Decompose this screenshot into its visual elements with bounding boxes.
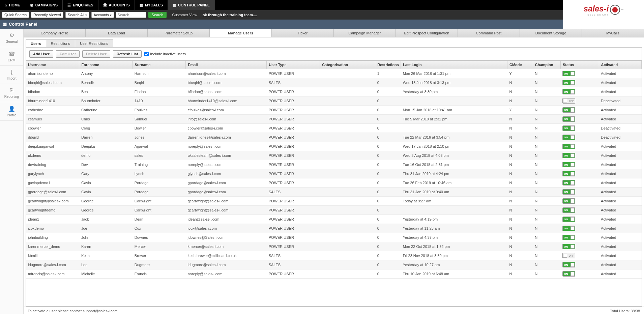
tab-edit-prospect-configuration[interactable]: Edit Prospect Configuration [396, 29, 458, 37]
table-row[interactable]: johnbuildingJohnDownesjdownes@Sales-i.co… [26, 233, 642, 242]
status-toggle[interactable]: ON [562, 89, 575, 94]
col-cmode[interactable]: CMode [507, 61, 533, 69]
table-row[interactable]: gcartwrightdemoGeorgeCartwrightgcartwrig… [26, 206, 642, 215]
nav-mycalls[interactable]: ▦MYCALLS [135, 0, 168, 10]
col-status[interactable]: Status [560, 61, 599, 69]
table-row[interactable]: jcoxdemoJoeCoxjcox@sales-i.comPOWER USER… [26, 224, 642, 233]
table-row[interactable]: gavinpdemo1GavinPordagegpordage@sales-i.… [26, 178, 642, 188]
nav-control-panel[interactable]: ▦CONTROL PANEL [168, 0, 215, 10]
status-toggle[interactable]: ON [562, 107, 575, 113]
status-toggle[interactable]: ON [562, 262, 575, 267]
sidenav-profile[interactable]: 👤Profile [0, 102, 23, 121]
table-row[interactable]: mfrancis@sales-i.comMichelleFrancisnorep… [26, 269, 642, 279]
table-row[interactable]: kbmillKeithBrewerkeith.brewer@millboard.… [26, 251, 642, 260]
search-entity-dropdown[interactable]: Accounts [91, 12, 114, 18]
table-row[interactable]: ldugmore@sales-i.comLeeDugmoreldugmore@s… [26, 260, 642, 269]
col-last-login[interactable]: Last Login [401, 61, 507, 69]
sidenav-import[interactable]: ⭳Import [0, 66, 23, 84]
table-row[interactable]: bhurminder1410Bhurminder1410bhurminder14… [26, 96, 642, 106]
table-row[interactable]: garylynchGaryLynchglynch@sales-i.comPOWE… [26, 169, 642, 178]
table-row[interactable]: catherineCatherineFoulkescfoulkes@sales-… [26, 106, 642, 115]
table-row[interactable]: deepikaagarwalDeepikaAgarwalnoreply@sale… [26, 142, 642, 151]
col-restrictions[interactable]: Restrictions [375, 61, 401, 69]
sidenav-reporting[interactable]: 🗎Reporting [0, 84, 23, 102]
tab-document-storage[interactable]: Document Storage [520, 29, 582, 37]
tab-manage-users[interactable]: Manage Users [210, 29, 272, 37]
nav-campaigns[interactable]: ◉CAMPAIGNS [25, 0, 63, 10]
subtab-users[interactable]: Users [26, 39, 46, 47]
table-row[interactable]: jdean1JackDeanjdean@sales-i.comPOWER USE… [26, 215, 642, 224]
include-inactive-checkbox[interactable]: Include inactive users [144, 52, 186, 56]
table-row[interactable]: cbowlerCraigBowlercbowler@sales-i.comPOW… [26, 124, 642, 133]
nav-home[interactable]: ⌂HOME [0, 0, 25, 10]
nav-enquiries[interactable]: ☰ENQUIRIES [63, 0, 98, 10]
status-toggle[interactable]: ON [562, 189, 575, 195]
table-row[interactable]: devtrainingDevTrainingnoreply@sales-i.co… [26, 160, 642, 169]
status-toggle[interactable]: ON [562, 271, 575, 277]
col-categorisation[interactable]: Categorisation [320, 61, 375, 69]
include-inactive-input[interactable] [144, 52, 149, 56]
search-input[interactable] [116, 12, 146, 18]
status-toggle[interactable]: OFF [562, 98, 575, 104]
status-toggle[interactable]: ON [562, 116, 575, 122]
search-button[interactable]: Search [148, 12, 167, 18]
subtab-user-restrictions[interactable]: User Restrictions [75, 39, 113, 47]
status-toggle[interactable]: ON [562, 226, 575, 231]
table-row[interactable]: bfindonBenFindonbfindon@sales-i.comPOWER… [26, 87, 642, 96]
status-toggle[interactable]: ON [562, 125, 575, 131]
table-row[interactable]: djbuildDarrenJonesdarren.jones@sales-i.c… [26, 133, 642, 142]
customer-view-link[interactable]: Customer View [172, 13, 197, 17]
col-email[interactable]: Email [186, 61, 267, 69]
table-row[interactable]: aharrisondemoAntonyHarrisonaharrison@sal… [26, 69, 642, 78]
recently-viewed-button[interactable]: Recently Viewed [31, 12, 63, 18]
refresh-list-button[interactable]: Refresh List [113, 50, 142, 58]
status-toggle[interactable]: ON [562, 80, 575, 85]
status-toggle[interactable]: ON [562, 144, 575, 149]
nav-label: ACCOUNTS [109, 3, 130, 7]
edit-user-button[interactable]: Edit User [56, 50, 80, 58]
status-toggle[interactable]: ON [562, 180, 575, 185]
col-forename[interactable]: Forename [79, 61, 133, 69]
status-toggle[interactable]: ON [562, 162, 575, 167]
add-user-button[interactable]: Add User [29, 50, 53, 58]
delete-user-button[interactable]: Delete User [82, 50, 110, 58]
users-table-container[interactable]: UsernameForenameSurnameEmailUser TypeCat… [26, 61, 642, 307]
search-bar: Quick Search Recently Viewed Search All … [0, 10, 644, 20]
tab-mycalls[interactable]: MyCalls [582, 29, 644, 37]
tab-command-post[interactable]: Command Post [458, 29, 520, 37]
table-row[interactable]: gpordage@sales-i.comGavinPordagegpordage… [26, 188, 642, 197]
table-row[interactable]: ukdemodemosalesuksalesteam@sales-i.comPO… [26, 151, 642, 160]
col-champion[interactable]: Champion [533, 61, 560, 69]
status-toggle[interactable]: ON [562, 153, 575, 158]
tab-parameter-setup[interactable]: Parameter Setup [148, 29, 210, 37]
tab-company-profile[interactable]: Company Profile [24, 29, 86, 37]
table-row[interactable]: bbeqiri@sales-i.comBehadirBeqiribbeqiri@… [26, 78, 642, 87]
table-row[interactable]: gcartwright@sales-i.comGeorgeCartwrightg… [26, 197, 642, 206]
table-row[interactable]: karenmercer_demoKarenMercerkmercer@sales… [26, 242, 642, 251]
col-user-type[interactable]: User Type [267, 61, 320, 69]
sidenav-general[interactable]: ⚙General [0, 29, 23, 47]
status-toggle[interactable]: ON [562, 235, 575, 240]
nav-accounts[interactable]: 🏛ACCOUNTS [98, 0, 135, 10]
subtab-restrictions[interactable]: Restrictions [46, 39, 75, 47]
status-toggle[interactable]: ON [562, 217, 575, 222]
status-toggle[interactable]: OFF [562, 253, 575, 258]
status-toggle[interactable]: ON [562, 135, 575, 140]
col-username[interactable]: Username [26, 61, 79, 69]
tab-campaign-manager[interactable]: Campaign Manager [334, 29, 396, 37]
status-toggle[interactable]: ON [562, 198, 575, 204]
footer: To activate a user please contact suppor… [24, 307, 644, 314]
table-row[interactable]: csamuelChrisSamuelinfo@sales-i.comPOWER … [26, 115, 642, 124]
col-activated[interactable]: Activated [599, 61, 641, 69]
status-toggle[interactable]: ON [562, 171, 575, 176]
sidenav-crm[interactable]: ☎CRM [0, 47, 23, 66]
quick-search-button[interactable]: Quick Search [2, 12, 29, 18]
status-toggle[interactable]: ON [562, 71, 575, 76]
footer-note: To activate a user please contact suppor… [28, 309, 119, 313]
search-scope-dropdown[interactable]: Search All [65, 12, 89, 18]
col-surname[interactable]: Surname [133, 61, 186, 69]
tab-data-load[interactable]: Data Load [86, 29, 148, 37]
tab-ticker[interactable]: Ticker [272, 29, 334, 37]
status-toggle[interactable]: ON [562, 207, 575, 213]
status-toggle[interactable]: ON [562, 244, 575, 249]
